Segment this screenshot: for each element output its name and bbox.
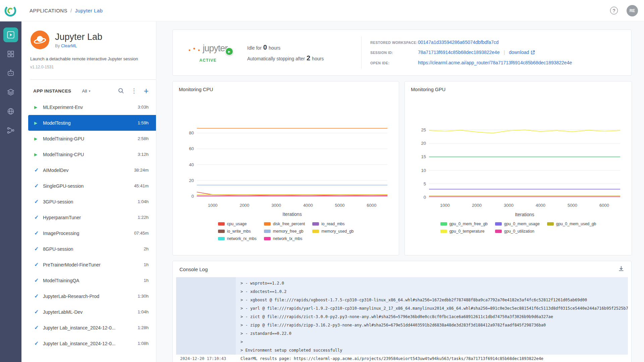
clearml-link[interactable]: ClearML — [61, 44, 77, 48]
rail-item-projects[interactable] — [3, 47, 18, 61]
svg-text:15: 15 — [421, 154, 426, 159]
instance-row[interactable]: ✓PreTrainerModel-FineTuner1h — [28, 257, 156, 273]
instance-duration: 1:04h — [138, 199, 149, 204]
open-ide-link[interactable]: https://clearml.acme.ai/app_router/78a71… — [418, 60, 572, 65]
legend-item-cpu_usage[interactable]: cpu_usage — [218, 222, 257, 226]
instance-row[interactable]: ✓ImageProcessing07:45m — [28, 225, 156, 241]
avatar[interactable]: RE — [627, 5, 638, 16]
console-log-card: Console Log > - wsproto==1.2.0> - xdocte… — [172, 261, 632, 362]
instance-row[interactable]: ▶ModelTesting1:59h — [28, 115, 156, 131]
rail-item-automation[interactable] — [3, 66, 18, 80]
external-link-icon — [531, 50, 535, 55]
instance-row[interactable]: ▶ModelTraining-GPU2:58h — [28, 131, 156, 146]
download-link[interactable]: download — [509, 50, 535, 55]
running-icon: ▶ — [34, 121, 43, 125]
instance-row[interactable]: ✓ModelTrainingQA1h — [28, 273, 156, 288]
log-row: > - zipp @ file:///rapids/zipp-3.16.2-py… — [176, 321, 628, 329]
rail-item-hyperdatasets[interactable] — [3, 104, 18, 119]
instance-row[interactable]: ✓8GPU-session2h — [28, 241, 156, 257]
legend-item-io_read_mbs[interactable]: io_read_mbs — [312, 222, 354, 226]
svg-text:20: 20 — [189, 178, 194, 183]
legend-item-gpu_0_utilization[interactable]: gpu_0_utilization — [495, 229, 540, 234]
legend-item-memory_used_gb[interactable]: memory_used_gb — [312, 229, 354, 234]
instance-duration: 1h — [144, 262, 149, 267]
svg-text:3000: 3000 — [504, 203, 514, 208]
legend-label: memory_free_gb — [273, 229, 304, 234]
svg-text:Iterations: Iterations — [282, 212, 302, 217]
app-panel: Jupyter Lab By ClearML Launch a detachab… — [21, 21, 156, 362]
log-text: > - zstandard==0.22.0 — [236, 329, 628, 338]
console-header: Console Log — [173, 261, 631, 277]
restored-workspace-value[interactable]: 00147a1d33594286a65074dbfbdfa7cd — [418, 40, 499, 45]
instance-name: HyperparamTuner — [43, 215, 138, 220]
rail-item-pipelines[interactable] — [3, 123, 18, 138]
instance-row[interactable]: ✓HyperparamTuner1:22h — [28, 209, 156, 225]
legend-label: gpu_0_mem_used_gb — [556, 222, 596, 226]
legend-item-disk_free_percent[interactable]: disk_free_percent — [264, 222, 305, 226]
log-row: > — [176, 338, 628, 346]
jupyter-logo-text: jupyter — [203, 43, 227, 53]
legend-label: network_tx_mbs — [273, 236, 302, 241]
rail-item-applications[interactable] — [3, 27, 18, 42]
autostop-prefix: Automatically stopping after — [247, 56, 305, 61]
session-id-link[interactable]: 78a71713f6914c85b68dec1893822e4e — [418, 50, 500, 55]
instance-row[interactable]: ✓Jupyter Lab_instance_2024-12-0...1:08h — [28, 336, 156, 351]
instance-row[interactable]: ✓Jupyter Lab_instance_2024-12-0...1:28h — [28, 320, 156, 336]
completed-icon: ✓ — [34, 230, 43, 236]
legend-item-network_rx_mbs[interactable]: network_rx_mbs — [218, 236, 257, 241]
legend-label: io_read_mbs — [321, 222, 344, 226]
log-timestamp — [176, 313, 236, 321]
instance-row[interactable]: ✓JupyterLabML-Dev1:04h — [28, 304, 156, 320]
legend-item-gpu_0_mem_used_gb[interactable]: gpu_0_mem_used_gb — [547, 222, 596, 226]
instance-name: PreTrainerModel-FineTuner — [43, 262, 144, 267]
instance-duration: 45:41m — [134, 183, 149, 188]
log-text: > Environment setup completed successful… — [236, 346, 628, 355]
instance-duration: 1h — [144, 278, 149, 283]
log-timestamp: 2024-12-20 17:10:43 — [176, 355, 236, 362]
svg-text:2000: 2000 — [472, 203, 482, 208]
search-icon[interactable] — [118, 88, 124, 94]
restored-workspace-row: RESTORED WORKSPACE: 00147a1d33594286a650… — [370, 40, 621, 45]
legend-swatch — [312, 230, 319, 233]
svg-text:5: 5 — [424, 181, 426, 186]
gpu-chart-title: Monitoring GPU — [411, 87, 626, 92]
autostop-suffix: hours — [312, 56, 324, 61]
instance-list: ▶MLExperiment-Env3:03h▶ModelTesting1:59h… — [21, 99, 156, 351]
jupyter-moons-icon — [187, 47, 201, 51]
legend-item-gpu_0_mem_usage[interactable]: gpu_0_mem_usage — [495, 222, 540, 226]
instance-row[interactable]: ✓JupyterLab-Research-Prod1:30h — [28, 288, 156, 304]
add-instance-button[interactable]: + — [144, 87, 149, 94]
legend-item-gpu_0_mem_free_gb[interactable]: gpu_0_mem_free_gb — [440, 222, 488, 226]
session-summary-card: jupyter ▶ ACTIVE Idle for0hours Automati… — [172, 29, 632, 76]
legend-swatch — [495, 230, 502, 233]
instance-row[interactable]: ✓AIModelDev38:24m — [28, 162, 156, 178]
globe-icon — [7, 107, 15, 115]
legend-item-memory_free_gb[interactable]: memory_free_gb — [264, 229, 305, 234]
pipelines-icon — [7, 126, 15, 134]
instance-row[interactable]: ▶MLExperiment-Env3:03h — [28, 99, 156, 115]
rail-item-datasets[interactable] — [3, 85, 18, 100]
instances-actions: ⋮ + — [118, 87, 149, 95]
running-icon: ▶ — [34, 152, 43, 157]
instance-name: SingleGPU-session — [43, 183, 134, 189]
instance-row[interactable]: ▶ModelTraining-CPU3:12h — [28, 146, 156, 162]
legend-item-network_tx_mbs[interactable]: network_tx_mbs — [264, 236, 305, 241]
kebab-menu-icon[interactable]: ⋮ — [131, 87, 137, 95]
log-timestamp — [176, 304, 236, 313]
instance-row[interactable]: ✓3GPU-session1:04h — [28, 194, 156, 209]
clearml-logo[interactable] — [3, 4, 17, 18]
log-row: > - yarl @ file:///rapids/yarl-1.9.2-cp3… — [176, 304, 628, 313]
breadcrumb-applications[interactable]: APPLICATIONS — [30, 8, 67, 13]
instance-row[interactable]: ✓SingleGPU-session45:41m — [28, 178, 156, 194]
instances-filter-dropdown[interactable]: All ▾ — [82, 88, 90, 94]
completed-icon: ✓ — [34, 261, 43, 268]
session-status: ACTIVE — [199, 58, 216, 63]
legend-label: disk_free_percent — [273, 222, 305, 226]
legend-swatch — [264, 237, 271, 240]
log-row: > - zstandard==0.22.0 — [176, 329, 628, 338]
download-log-button[interactable] — [618, 265, 625, 273]
log-text: > - xdoctest==1.0.2 — [236, 288, 628, 296]
legend-item-io_write_mbs[interactable]: io_write_mbs — [218, 229, 257, 234]
legend-item-gpu_0_temperature[interactable]: gpu_0_temperature — [440, 229, 488, 234]
help-icon[interactable]: ? — [610, 7, 618, 14]
